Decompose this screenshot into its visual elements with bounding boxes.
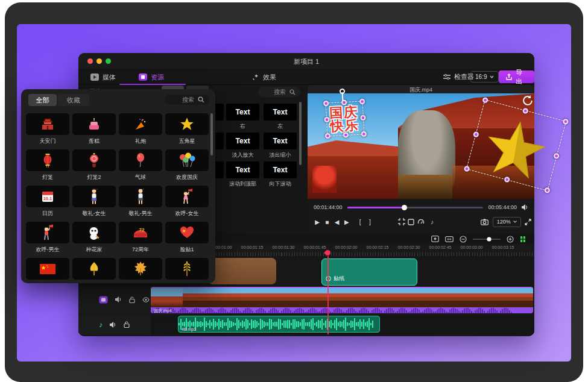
play-button[interactable]: ▶ xyxy=(312,219,322,225)
tiananmen-icon xyxy=(26,113,69,135)
mute-track-icon[interactable] xyxy=(110,322,116,328)
minimize-window-button[interactable] xyxy=(96,58,102,64)
sticker-item-天安门[interactable]: 天安门 xyxy=(26,113,69,149)
sticker-item-72周年[interactable]: 7272周年 xyxy=(119,222,162,258)
fullscreen-icon[interactable] xyxy=(525,219,534,225)
sticker-item[interactable] xyxy=(119,258,162,283)
canvas-icon[interactable] xyxy=(408,219,417,225)
volume-icon[interactable] xyxy=(522,204,528,210)
sticker-item[interactable] xyxy=(72,258,116,283)
fit-timeline-icon[interactable] xyxy=(445,236,454,242)
text-preset-tile-向下滚动[interactable]: Text xyxy=(264,161,297,178)
inspector-button[interactable]: 检查器 xyxy=(443,72,474,81)
mute-track-icon[interactable] xyxy=(115,296,122,302)
text-rotate-handle[interactable] xyxy=(340,89,345,94)
star-element[interactable] xyxy=(482,116,550,182)
text-preset-tile-淡出缩小[interactable]: Text xyxy=(264,133,297,149)
sliders-icon xyxy=(443,74,450,80)
star-rotate-handle[interactable] xyxy=(522,95,533,106)
party-popper-icon xyxy=(119,113,162,135)
video-lanterns xyxy=(312,166,337,193)
audio-meter-icon[interactable] xyxy=(520,236,526,243)
salute-boy-icon xyxy=(119,186,162,207)
zoom-in-icon[interactable] xyxy=(507,236,514,243)
sticker-tab-favorites[interactable]: 收藏 xyxy=(58,94,89,106)
sticker-scrollbar[interactable] xyxy=(210,113,213,155)
aspect-ratio-dropdown[interactable]: 16:9 xyxy=(470,71,499,83)
salute-girl-icon xyxy=(72,186,116,207)
selection-handle-tl[interactable] xyxy=(323,101,329,106)
text-preset-tile-右[interactable]: Text xyxy=(226,104,259,121)
china-flag-icon xyxy=(26,258,69,280)
sticker-item[interactable] xyxy=(26,258,69,283)
timeline-clip-video[interactable]: 国庆.mp4 xyxy=(151,287,533,313)
progress-knob[interactable] xyxy=(402,205,407,210)
sticker-item-灯笼2[interactable]: 灯笼2 xyxy=(72,149,116,186)
sticker-search[interactable]: 搜索 xyxy=(165,95,209,105)
zoom-out-icon[interactable] xyxy=(460,236,467,243)
tab-resources[interactable]: 资源 xyxy=(139,72,164,83)
timeline-zoom-slider[interactable] xyxy=(473,236,501,242)
step-back-button[interactable]: ◀ xyxy=(332,219,342,225)
timeline-clip-sticker[interactable]: 贴纸 xyxy=(321,258,417,286)
sticker-item-欢度国庆[interactable]: 欢度国庆 xyxy=(165,149,209,186)
keyframe-icon[interactable] xyxy=(431,236,439,242)
preview-scrub-row: 00:01:44:00 00:05:44:00 xyxy=(308,202,534,213)
speed-icon[interactable] xyxy=(417,218,427,225)
text-preset-tile-partial[interactable] xyxy=(214,104,224,121)
lock-track-icon[interactable] xyxy=(129,296,135,303)
sticker-item-种花家[interactable]: 种花家 xyxy=(72,222,116,258)
timeline-clip-audio[interactable]: 4B.mp3 xyxy=(178,316,380,333)
mark-in-button[interactable]: [ xyxy=(355,219,365,225)
maximize-window-button[interactable] xyxy=(106,58,111,64)
sticker-item-日历[interactable]: 10.1日历 xyxy=(26,186,69,222)
text-preset-tile-左[interactable]: Text xyxy=(264,104,297,121)
selection-handle-ml[interactable] xyxy=(324,117,329,122)
sticker-item[interactable] xyxy=(165,258,209,283)
text-selection-box[interactable] xyxy=(326,101,365,136)
lock-track-icon[interactable] xyxy=(124,321,130,328)
sticker-item-欢呼-男生[interactable]: 欢呼-男生 xyxy=(26,222,69,258)
sticker-tab-all[interactable]: 全部 xyxy=(28,94,57,106)
sticker-item-五角星[interactable]: 五角星 xyxy=(165,113,209,149)
close-window-button[interactable] xyxy=(87,58,93,64)
sticker-item-礼炮[interactable]: 礼炮 xyxy=(119,113,162,149)
step-forward-button[interactable]: ▶ xyxy=(342,219,352,225)
text-preset-tile-partial[interactable] xyxy=(214,161,224,178)
stop-button[interactable]: ■ xyxy=(322,219,332,225)
sticker-grid: 天安门蛋糕礼炮五角星灯笼灯笼2气球欢度国庆10.1日历敬礼-女生敬礼-男生欢呼-… xyxy=(26,113,210,283)
text-preset-tile-partial[interactable] xyxy=(214,133,224,149)
crop-icon[interactable] xyxy=(398,218,408,225)
video-clip-label: 国庆.mp4 xyxy=(154,308,172,313)
sticker-item-脸贴1[interactable]: 脸贴1 xyxy=(165,222,209,258)
mark-out-button[interactable]: ] xyxy=(365,219,375,225)
sticker-item-敬礼-男生[interactable]: 敬礼-男生 xyxy=(119,186,162,222)
preview-zoom-dropdown[interactable]: 120% xyxy=(493,217,521,227)
sticker-item-灯笼[interactable]: 灯笼 xyxy=(26,149,69,186)
search-icon xyxy=(198,96,204,103)
sticker-item-敬礼-女生[interactable]: 敬礼-女生 xyxy=(72,186,116,222)
text-presets-scrollbar[interactable] xyxy=(299,102,302,165)
window-titlebar[interactable]: 新项目 1 xyxy=(78,53,534,69)
sticker-item-蛋糕[interactable]: 蛋糕 xyxy=(72,113,116,149)
sticker-name: 灯笼 xyxy=(26,174,69,181)
sticker-item-气球[interactable]: 气球 xyxy=(119,149,162,186)
preview-progress-bar[interactable] xyxy=(347,207,484,208)
text-presets-search[interactable]: 搜索 xyxy=(258,87,300,97)
sticker-name: 欢呼-男生 xyxy=(26,246,69,254)
text-preset-tile-淡入放大[interactable]: Text xyxy=(226,133,259,149)
window-title: 新项目 1 xyxy=(78,57,534,66)
snapshot-camera-icon[interactable] xyxy=(481,219,490,225)
hide-track-icon[interactable] xyxy=(142,297,150,302)
export-button[interactable]: 导出 xyxy=(499,70,534,83)
timeline-clip-effect[interactable] xyxy=(208,258,276,284)
tab-media[interactable]: 媒体 xyxy=(90,72,116,83)
sticker-item-欢呼-女生[interactable]: 欢呼-女生 xyxy=(165,186,209,222)
tab-effects[interactable]: 效果 xyxy=(252,72,276,83)
resources-icon xyxy=(139,74,147,81)
music-icon[interactable]: ♪ xyxy=(427,219,437,225)
sticker-name: 敬礼-女生 xyxy=(72,210,116,218)
video-thumbnail xyxy=(406,288,438,307)
text-preset-tile-滚动到顶部[interactable]: Text xyxy=(226,161,259,178)
playhead-line[interactable] xyxy=(327,256,329,334)
